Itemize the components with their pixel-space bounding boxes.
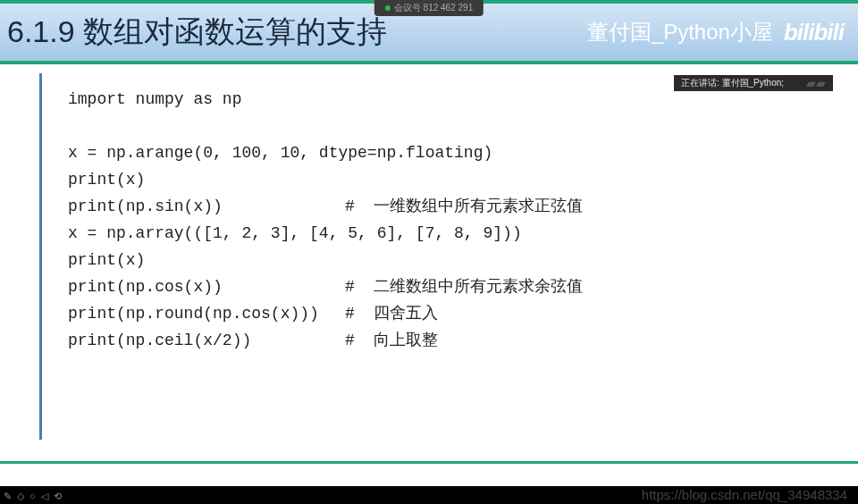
code-line: x = np.arange(0, 100, 10, dtype=np.float… bbox=[68, 139, 858, 166]
code-line: print(x) bbox=[68, 166, 858, 193]
header-right: 董付国_Python小屋 bilibili bbox=[587, 18, 844, 46]
slide-footer-border bbox=[0, 461, 858, 486]
speaker-icon: ▰▰ bbox=[806, 76, 826, 90]
code-line bbox=[68, 113, 858, 139]
author-label: 董付国_Python小屋 bbox=[587, 18, 773, 46]
code-line: print(np.sin(x))# 一维数组中所有元素求正弦值 bbox=[68, 193, 858, 220]
code-comment: # 一维数组中所有元素求正弦值 bbox=[345, 193, 583, 220]
diamond-icon[interactable]: ◇ bbox=[17, 491, 24, 502]
meeting-id-bar: 会议号 812 462 291 bbox=[374, 0, 484, 16]
code-line: print(np.cos(x))# 二维数组中所有元素求余弦值 bbox=[68, 273, 858, 300]
code-text: print(x) bbox=[68, 166, 345, 193]
code-line: print(np.round(np.cos(x)))# 四舍五入 bbox=[68, 300, 858, 327]
watermark: https://blog.csdn.net/qq_34948334 bbox=[642, 487, 847, 502]
code-text bbox=[68, 113, 345, 139]
code-text: x = np.arange(0, 100, 10, dtype=np.float… bbox=[68, 139, 492, 166]
circle-icon[interactable]: ○ bbox=[29, 491, 36, 502]
undo-icon[interactable]: ⟲ bbox=[54, 491, 62, 502]
code-text: print(np.round(np.cos(x))) bbox=[68, 300, 345, 327]
code-comment: # 四舍五入 bbox=[345, 300, 438, 327]
code-line: x = np.array(([1, 2, 3], [4, 5, 6], [7, … bbox=[68, 220, 858, 247]
code-text: print(np.sin(x)) bbox=[68, 193, 345, 220]
bilibili-logo: bilibili bbox=[784, 19, 844, 46]
vertical-accent-line bbox=[39, 73, 42, 440]
triangle-icon[interactable]: ◁ bbox=[41, 491, 48, 502]
speaker-label: 正在讲话: 董付国_Python; bbox=[681, 77, 784, 89]
code-text: print(x) bbox=[68, 247, 345, 273]
code-text: x = np.array(([1, 2, 3], [4, 5, 6], [7, … bbox=[68, 220, 522, 247]
code-line: print(np.ceil(x/2))# 向上取整 bbox=[68, 327, 858, 354]
recording-dot-icon bbox=[385, 5, 391, 11]
code-text: print(np.ceil(x/2)) bbox=[68, 327, 345, 354]
code-comment: # 向上取整 bbox=[345, 327, 438, 354]
code-block: import numpy as np x = np.arange(0, 100,… bbox=[68, 86, 858, 354]
meeting-id-label: 会议号 812 462 291 bbox=[394, 2, 473, 14]
pencil-icon[interactable]: ✎ bbox=[4, 491, 12, 502]
bottom-toolbar: ✎ ◇ ○ ◁ ⟲ bbox=[4, 491, 62, 502]
code-comment: # 二维数组中所有元素求余弦值 bbox=[345, 273, 583, 300]
code-line: print(x) bbox=[68, 247, 858, 273]
slide-content: import numpy as np x = np.arange(0, 100,… bbox=[0, 64, 858, 461]
slide-container: 6.1.9 数组对函数运算的支持 董付国_Python小屋 bilibili 正… bbox=[0, 0, 858, 486]
slide-title: 6.1.9 数组对函数运算的支持 bbox=[7, 12, 387, 53]
code-text: print(np.cos(x)) bbox=[68, 273, 345, 300]
code-text: import numpy as np bbox=[68, 86, 345, 113]
speaker-overlay: 正在讲话: 董付国_Python; ▰▰ bbox=[674, 75, 833, 91]
